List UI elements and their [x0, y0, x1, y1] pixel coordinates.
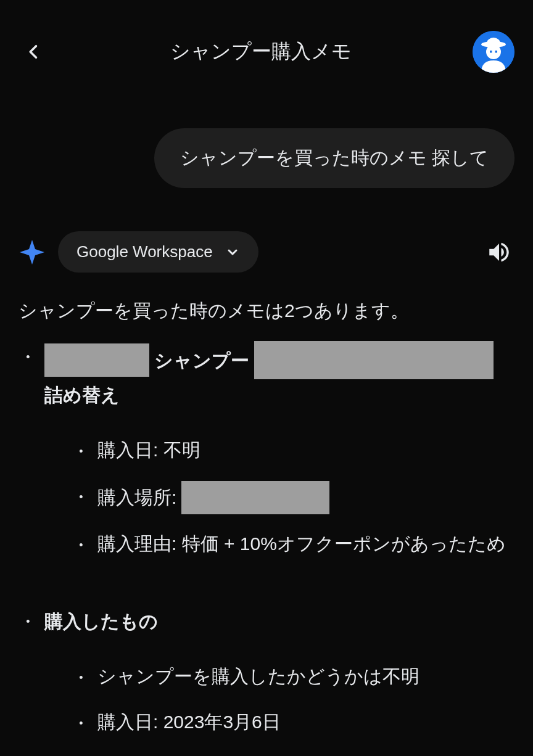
user-message: シャンプーを買った時のメモ 探して [154, 128, 514, 188]
bullet-icon: ・ [72, 707, 90, 738]
memo-detail-text: 購入日: 2023年3月6日 [97, 707, 514, 737]
response-intro: シャンプーを買った時のメモは2つあります。 [0, 285, 533, 332]
memo-detail-item: ・ シャンプーを購入したかどうかは不明 [72, 662, 514, 692]
back-button[interactable] [19, 36, 49, 67]
bullet-icon: ・ [19, 606, 37, 636]
memo-detail-item: ・ 購入理由: 特価 + 10%オフクーポンがあったため [72, 529, 514, 560]
svg-point-3 [486, 44, 501, 59]
memo-detail-text: 購入日: 不明 [97, 435, 514, 465]
bullet-icon: ・ [72, 481, 90, 512]
user-message-row: シャンプーを買った時のメモ 探して [0, 85, 533, 200]
memo-detail-item: ・ 購入日: 2023年3月6日 [72, 707, 514, 738]
chevron-down-icon [225, 245, 240, 260]
memo-detail-text: シャンプーを購入したかどうかは不明 [97, 662, 514, 691]
memo-detail-text: 購入理由: 特価 + 10%オフクーポンがあったため [97, 529, 514, 559]
workspace-chip[interactable]: Google Workspace [58, 231, 258, 273]
assistant-header: Google Workspace [0, 200, 533, 285]
svg-rect-4 [490, 51, 492, 53]
memo-title-row: シャンプー [44, 341, 514, 379]
memo-item-content: シャンプー 詰め替え ・ 購入日: 不明 ・ 購入場所: ・ [44, 341, 514, 575]
avatar[interactable] [473, 31, 514, 73]
redacted-block [181, 481, 329, 514]
memo-detail-item: ・ 購入日: 不明 [72, 435, 514, 466]
memo-title-part-1: シャンプー [154, 345, 249, 376]
memo-title-part-2: 詰め替え [44, 379, 514, 411]
memo-item-1: ・ シャンプー 詰め替え ・ 購入日: 不明 ・ 購入場所: [19, 341, 514, 575]
memo-detail-list: ・ シャンプーを購入したかどうかは不明 ・ 購入日: 2023年3月6日 [44, 662, 514, 738]
page-title: シャンプー購入メモ [49, 38, 473, 65]
redacted-block [44, 343, 149, 377]
bullet-icon: ・ [72, 435, 90, 466]
chevron-left-icon [25, 39, 43, 64]
memo-2-title: 購入したもの [44, 606, 514, 637]
redacted-block [254, 341, 494, 379]
speaker-icon [486, 239, 512, 265]
bullet-icon: ・ [72, 662, 90, 692]
memo-detail-text: 購入場所: [97, 481, 514, 514]
sparkle-icon [19, 239, 46, 266]
memo-detail-item: ・ 購入場所: [72, 481, 514, 514]
bullet-icon: ・ [72, 529, 90, 560]
bullet-icon: ・ [19, 341, 37, 372]
avatar-icon [473, 31, 514, 73]
memo-list: ・ シャンプー 詰め替え ・ 購入日: 不明 ・ 購入場所: [0, 332, 533, 753]
workspace-label: Google Workspace [76, 242, 213, 261]
header: シャンプー購入メモ [0, 0, 533, 85]
memo-item-2: ・ 購入したもの ・ シャンプーを購入したかどうかは不明 ・ 購入日: 2023… [19, 606, 514, 753]
memo-item-content: 購入したもの ・ シャンプーを購入したかどうかは不明 ・ 購入日: 2023年3… [44, 606, 514, 753]
svg-rect-5 [495, 51, 498, 53]
speaker-button[interactable] [484, 237, 514, 268]
memo-detail-list: ・ 購入日: 不明 ・ 購入場所: ・ 購入理由: 特価 + 10%オフクーポン… [44, 435, 514, 560]
